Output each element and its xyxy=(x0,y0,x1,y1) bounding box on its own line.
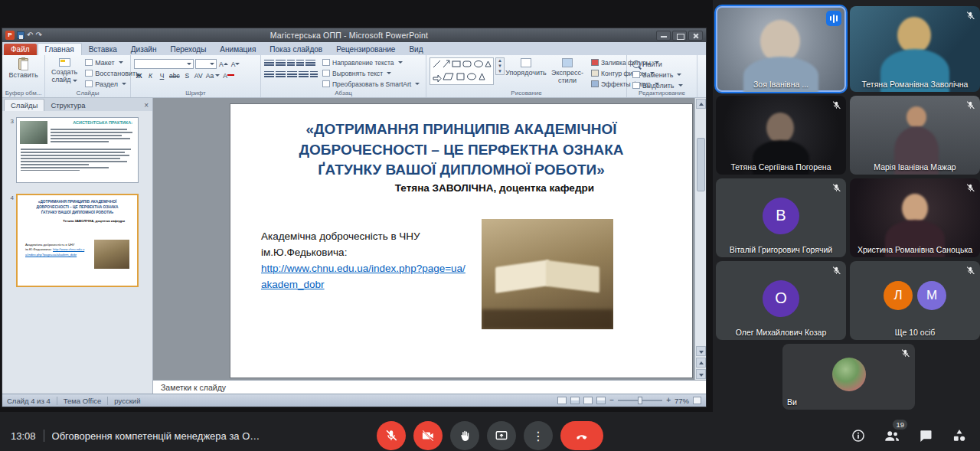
zoom-slider-thumb[interactable] xyxy=(638,397,642,404)
participant-tile[interactable]: Зоя Іванівна ... xyxy=(716,6,846,92)
new-slide-button[interactable]: Создать слайд xyxy=(48,57,80,85)
notes-pane[interactable]: Заметки к слайду xyxy=(153,380,706,394)
participant-tile[interactable]: Тетяна Романівна Заволічна xyxy=(850,6,980,92)
shrink-font-button[interactable]: А xyxy=(230,59,241,69)
camera-button[interactable] xyxy=(413,421,443,450)
shapes-gallery-scroll[interactable]: ▲▼▼ xyxy=(495,57,505,75)
activities-button[interactable] xyxy=(949,426,969,446)
zoom-in-icon[interactable]: + xyxy=(666,397,671,404)
clipboard-icon xyxy=(18,58,28,70)
tab-file[interactable]: Файл xyxy=(4,44,37,55)
scroll-up-icon[interactable] xyxy=(696,99,706,109)
text-direction-button[interactable]: Направление текста xyxy=(320,57,422,67)
paste-button[interactable]: Вставить xyxy=(5,57,41,80)
next-slide-icon[interactable] xyxy=(696,369,706,379)
book-table-shadow xyxy=(482,309,613,329)
slideshow-view-icon[interactable] xyxy=(596,397,606,404)
line-spacing-icon[interactable] xyxy=(305,60,315,67)
slide-sorter-view-icon[interactable] xyxy=(570,397,580,404)
previous-slide-icon[interactable] xyxy=(696,358,706,368)
editor-scrollbar[interactable] xyxy=(694,98,706,380)
find-icon xyxy=(632,60,640,68)
mic-off-icon xyxy=(831,183,841,193)
participants-button[interactable]: 19 xyxy=(882,426,902,446)
normal-view-icon[interactable] xyxy=(557,397,567,404)
align-center-icon[interactable] xyxy=(276,71,286,79)
chat-button[interactable] xyxy=(916,426,936,446)
align-left-icon[interactable] xyxy=(264,71,274,79)
change-case-button[interactable]: Аа xyxy=(205,70,221,80)
participant-tile[interactable]: Марія Іванівна Мажар xyxy=(850,96,980,175)
fit-to-window-icon[interactable] xyxy=(693,397,701,404)
slide-hyperlink[interactable]: http://www.chnu.edu.ua/index.php?page=ua… xyxy=(261,261,466,293)
slide-4-thumbnail[interactable]: «ДОТРИМАННЯ ПРИНЦИПІВ АКАДЕМІЧНОЇ ДОБРОЧ… xyxy=(16,194,139,287)
arrange-button[interactable]: Упорядочить xyxy=(506,57,546,77)
present-button[interactable] xyxy=(487,421,516,450)
more-options-button[interactable]: ⋮ xyxy=(524,421,553,450)
strikethrough-button[interactable]: abc xyxy=(168,70,181,80)
align-right-icon[interactable] xyxy=(287,71,297,79)
italic-button[interactable]: К xyxy=(145,70,155,80)
slide-3-thumbnail[interactable]: АСИСТЕНТСЬКА ПРАКТИКА: xyxy=(16,117,139,183)
character-spacing-button[interactable]: AV xyxy=(194,70,204,80)
zoom-out-icon[interactable]: − xyxy=(609,397,614,404)
tab-animations[interactable]: Анимация xyxy=(213,44,263,55)
tab-home[interactable]: Главная xyxy=(38,43,82,55)
scroll-track[interactable] xyxy=(696,109,706,345)
current-slide[interactable]: «ДОТРИМАННЯ ПРИНЦИПІВ АКАДЕМІЧНОЇ ДОБРОЧ… xyxy=(230,104,692,377)
slide-book-photo[interactable] xyxy=(482,219,613,329)
tab-slideshow[interactable]: Показ слайдов xyxy=(263,44,329,55)
minimize-button[interactable] xyxy=(656,31,671,41)
tab-transitions[interactable]: Переходы xyxy=(163,44,213,55)
panel-tab-slides[interactable]: Слайды xyxy=(4,99,44,111)
bullets-icon[interactable] xyxy=(264,60,274,67)
increase-indent-icon[interactable] xyxy=(296,60,304,67)
align-text-button[interactable]: Выровнять текст xyxy=(320,68,422,78)
font-size-combo[interactable] xyxy=(195,59,217,69)
zoom-slider[interactable] xyxy=(618,400,662,401)
participant-tile[interactable]: В Віталій Григорович Горячий xyxy=(716,178,846,257)
panel-close-icon[interactable]: × xyxy=(140,101,152,111)
replace-button[interactable]: Заменить xyxy=(630,70,685,80)
language-indicator[interactable]: русский xyxy=(114,397,140,405)
quick-styles-button[interactable]: Экспресс-стили xyxy=(547,57,587,85)
participant-tile[interactable]: Тетяна Сергіївна Погорена xyxy=(716,96,846,175)
tab-review[interactable]: Рецензирование xyxy=(329,44,402,55)
tab-view[interactable]: Вид xyxy=(402,44,430,55)
slide-body-text[interactable]: Академічна доброчесність в ЧНУ ім.Ю.Федь… xyxy=(261,229,466,293)
save-icon[interactable] xyxy=(17,31,24,39)
scroll-thumb[interactable] xyxy=(697,138,705,191)
scroll-down-icon[interactable] xyxy=(696,346,706,356)
maximize-button[interactable] xyxy=(672,31,687,41)
font-color-button[interactable]: А xyxy=(222,70,235,80)
bold-button[interactable]: Ж xyxy=(134,70,144,80)
underline-button[interactable]: Ч xyxy=(157,70,167,80)
panel-tab-outline[interactable]: Структура xyxy=(44,100,91,111)
find-button[interactable]: Найти xyxy=(630,59,685,69)
smartart-button[interactable]: Преобразовать в SmartArt xyxy=(320,79,422,89)
overflow-tile[interactable]: Л М Ще 10 осіб xyxy=(850,261,980,340)
self-tile[interactable]: Ви xyxy=(782,344,915,410)
columns-icon[interactable] xyxy=(310,71,318,79)
numbering-icon[interactable] xyxy=(276,60,286,67)
grow-font-button[interactable]: А xyxy=(218,59,229,69)
meeting-details-button[interactable] xyxy=(848,426,868,446)
participant-tile[interactable]: Христина Романівна Саноцька xyxy=(850,178,980,257)
close-button[interactable] xyxy=(688,31,703,41)
justify-icon[interactable] xyxy=(299,71,309,79)
end-call-button[interactable] xyxy=(560,421,603,450)
shadow-button[interactable]: S xyxy=(182,70,192,80)
redo-icon[interactable]: ↷ xyxy=(35,31,41,40)
undo-icon[interactable]: ↶ xyxy=(27,31,33,40)
reading-view-icon[interactable] xyxy=(583,397,593,404)
slide-author[interactable]: Тетяна ЗАВОЛІЧНА, доцентка кафедри xyxy=(395,182,594,194)
slide-title[interactable]: «ДОТРИМАННЯ ПРИНЦИПІВ АКАДЕМІЧНОЇ ДОБРОЧ… xyxy=(269,119,654,181)
participant-tile[interactable]: О Олег Михайлович Козар xyxy=(716,261,846,340)
decrease-indent-icon[interactable] xyxy=(287,60,295,67)
mic-button[interactable] xyxy=(377,421,406,450)
tab-insert[interactable]: Вставка xyxy=(82,44,124,55)
font-name-combo[interactable] xyxy=(134,59,194,69)
shapes-gallery[interactable] xyxy=(430,57,494,85)
raise-hand-button[interactable] xyxy=(450,421,479,450)
tab-design[interactable]: Дизайн xyxy=(124,44,164,55)
